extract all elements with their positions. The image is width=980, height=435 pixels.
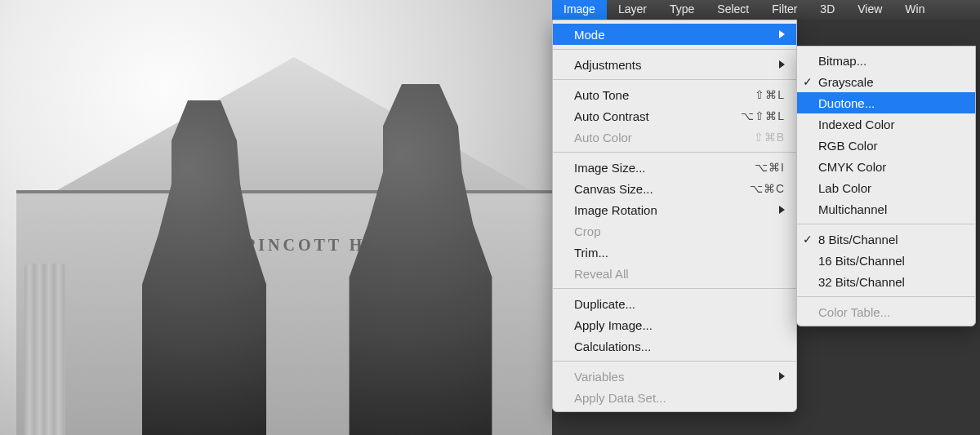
mode-submenu: Bitmap...✓GrayscaleDuotone...Indexed Col… xyxy=(796,46,976,326)
mode-menu-item-16-bits-channel[interactable]: 16 Bits/Channel xyxy=(797,250,975,271)
image-menu-item-auto-color: Auto Color⇧⌘B xyxy=(553,127,796,148)
menu-item-label: Mode xyxy=(574,28,755,42)
menu-item-label: RGB Color xyxy=(818,139,964,153)
mode-menu-item-duotone[interactable]: Duotone... xyxy=(797,92,975,113)
photo-shape xyxy=(24,264,65,435)
image-menu-item-apply-image[interactable]: Apply Image... xyxy=(553,314,796,335)
menu-item-label: Multichannel xyxy=(818,202,964,216)
image-menu-item-crop: Crop xyxy=(553,220,796,242)
image-menu-item-image-size[interactable]: Image Size...⌥⌘I xyxy=(553,157,796,178)
check-icon: ✓ xyxy=(803,233,813,246)
image-menu-item-reveal-all: Reveal All xyxy=(553,263,796,284)
menu-item-label: Auto Tone xyxy=(574,88,730,102)
menubar-item-view[interactable]: View xyxy=(846,0,893,20)
mode-menu-item-8-bits-channel[interactable]: ✓8 Bits/Channel xyxy=(797,229,975,250)
image-menu-separator xyxy=(553,288,796,289)
menu-item-label: Calculations... xyxy=(574,340,785,353)
menu-item-label: Apply Image... xyxy=(574,318,785,332)
menu-item-label: 8 Bits/Channel xyxy=(818,233,964,246)
mode-menu-item-lab-color[interactable]: Lab Color xyxy=(797,177,975,198)
menubar-item-layer[interactable]: Layer xyxy=(607,0,658,20)
mode-menu-item-grayscale[interactable]: ✓Grayscale xyxy=(797,71,975,92)
menu-item-label: 16 Bits/Channel xyxy=(818,254,964,268)
menu-item-label: 32 Bits/Channel xyxy=(818,275,964,289)
chevron-right-icon xyxy=(779,372,785,380)
mode-menu-item-cmyk-color[interactable]: CMYK Color xyxy=(797,156,975,177)
mode-menu-item-indexed-color[interactable]: Indexed Color xyxy=(797,113,975,135)
menubar-item-filter[interactable]: Filter xyxy=(760,0,808,20)
mode-menu-separator xyxy=(797,296,975,297)
image-menu-item-apply-data-set: Apply Data Set... xyxy=(553,387,796,408)
image-menu-item-calculations[interactable]: Calculations... xyxy=(553,335,796,357)
menu-item-shortcut: ⌥⇧⌘L xyxy=(741,109,785,122)
image-menu-separator xyxy=(553,49,796,50)
image-menu-item-image-rotation[interactable]: Image Rotation xyxy=(553,199,796,220)
image-menu-item-auto-tone[interactable]: Auto Tone⇧⌘L xyxy=(553,84,796,105)
menu-item-shortcut: ⇧⌘B xyxy=(754,131,785,144)
image-menu-separator xyxy=(553,79,796,80)
check-icon: ✓ xyxy=(803,75,813,88)
menu-item-label: Crop xyxy=(574,224,785,238)
menu-item-label: Indexed Color xyxy=(818,118,964,131)
menubar-item-type[interactable]: Type xyxy=(658,0,706,20)
menu-item-shortcut: ⌥⌘C xyxy=(750,182,785,195)
image-menu-separator xyxy=(553,361,796,362)
menu-item-label: Auto Contrast xyxy=(574,109,716,123)
menu-item-label: Lab Color xyxy=(818,181,964,195)
menu-item-label: Duotone... xyxy=(818,96,964,110)
menubar-item-image[interactable]: Image xyxy=(552,0,607,20)
menu-item-label: Color Table... xyxy=(818,305,964,319)
image-menu-item-mode[interactable]: Mode xyxy=(553,24,796,45)
image-menu-item-trim[interactable]: Trim... xyxy=(553,242,796,263)
chevron-right-icon xyxy=(779,60,785,69)
menubar-item-select[interactable]: Select xyxy=(706,0,760,20)
photo-shape xyxy=(33,57,552,204)
menu-item-label: Reveal All xyxy=(574,267,785,281)
mode-menu-item-32-bits-channel[interactable]: 32 Bits/Channel xyxy=(797,271,975,292)
menu-item-shortcut: ⇧⌘L xyxy=(755,88,785,101)
menu-item-label: Duplicate... xyxy=(574,297,785,311)
image-menu-dropdown: ModeAdjustmentsAuto Tone⇧⌘LAuto Contrast… xyxy=(552,20,797,412)
menu-item-label: Trim... xyxy=(574,246,785,260)
chevron-right-icon xyxy=(779,206,785,214)
image-menu-item-canvas-size[interactable]: Canvas Size...⌥⌘C xyxy=(553,178,796,199)
image-menu-item-duplicate[interactable]: Duplicate... xyxy=(553,293,796,314)
mode-menu-separator xyxy=(797,224,975,224)
menu-item-label: Image Size... xyxy=(574,161,730,175)
menubar-item-3d[interactable]: 3D xyxy=(808,0,846,20)
photo-inscription: PINCOTT H xyxy=(245,237,365,253)
mode-menu-item-bitmap[interactable]: Bitmap... xyxy=(797,50,975,71)
image-menu-item-variables: Variables xyxy=(553,366,796,387)
menu-item-label: Variables xyxy=(574,370,755,384)
menu-item-label: Bitmap... xyxy=(818,54,964,68)
document-canvas[interactable]: PINCOTT H xyxy=(0,0,552,435)
chevron-right-icon xyxy=(779,30,785,38)
image-menu-item-adjustments[interactable]: Adjustments xyxy=(553,54,796,75)
menu-item-shortcut: ⌥⌘I xyxy=(755,161,785,174)
image-menu-separator xyxy=(553,152,796,153)
menu-item-label: Apply Data Set... xyxy=(574,391,785,405)
menu-item-label: Image Rotation xyxy=(574,203,755,217)
menu-item-label: Auto Color xyxy=(574,131,729,144)
image-menu-item-auto-contrast[interactable]: Auto Contrast⌥⇧⌘L xyxy=(553,105,796,127)
mode-menu-item-rgb-color[interactable]: RGB Color xyxy=(797,135,975,156)
menu-item-label: Canvas Size... xyxy=(574,182,725,196)
menu-item-label: Adjustments xyxy=(574,58,755,72)
mode-menu-item-multichannel[interactable]: Multichannel xyxy=(797,198,975,220)
mode-menu-item-color-table: Color Table... xyxy=(797,301,975,322)
menubar: ImageLayerTypeSelectFilter3DViewWin xyxy=(552,0,980,20)
menu-item-label: Grayscale xyxy=(818,75,964,89)
menubar-item-win[interactable]: Win xyxy=(893,0,936,20)
menu-item-label: CMYK Color xyxy=(818,160,964,174)
